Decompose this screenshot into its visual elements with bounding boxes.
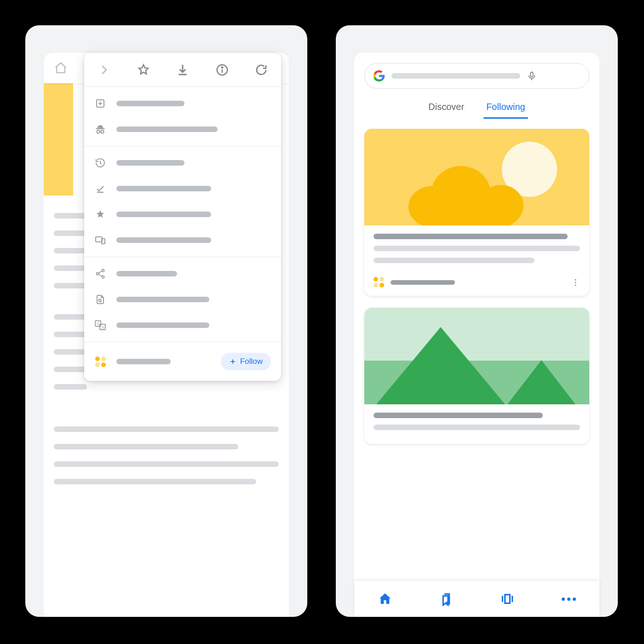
plus-icon xyxy=(229,358,236,365)
menu-item-label xyxy=(116,212,211,217)
overflow-menu-action-row xyxy=(84,53,281,87)
svg-point-28 xyxy=(575,279,576,280)
site-dots-icon xyxy=(94,356,106,368)
bookmarks-star-icon xyxy=(94,208,106,220)
svg-line-16 xyxy=(98,271,102,273)
svg-point-2 xyxy=(221,67,223,68)
svg-rect-6 xyxy=(96,128,105,129)
svg-line-19 xyxy=(101,301,102,302)
nav-home-icon[interactable] xyxy=(378,592,392,606)
download-icon[interactable] xyxy=(176,63,190,77)
svg-text:文: 文 xyxy=(101,326,105,330)
menu-item-find[interactable] xyxy=(84,287,281,312)
source-name xyxy=(391,280,455,285)
find-in-page-icon xyxy=(94,293,106,305)
svg-point-29 xyxy=(575,282,576,283)
forward-icon[interactable] xyxy=(97,63,111,77)
incognito-icon xyxy=(94,123,106,135)
card-footer xyxy=(364,277,589,296)
svg-rect-11 xyxy=(96,237,102,242)
menu-section-3: G文 xyxy=(84,257,281,342)
menu-item-history[interactable] xyxy=(84,150,281,176)
menu-item-label xyxy=(116,160,184,166)
overflow-menu: G文 Follow xyxy=(84,53,281,381)
svg-line-17 xyxy=(98,274,102,276)
feed-card-1[interactable] xyxy=(364,129,589,296)
hill-icon xyxy=(376,327,505,404)
hill-icon xyxy=(507,360,575,404)
follow-button[interactable]: Follow xyxy=(221,353,271,370)
menu-item-bookmarks[interactable] xyxy=(84,201,281,227)
stage: G文 Follow xyxy=(0,0,644,644)
nav-bookmarks-icon[interactable] xyxy=(439,592,454,606)
tab-following[interactable]: Following xyxy=(484,98,527,119)
menu-item-label xyxy=(116,126,218,132)
menu-item-new-tab[interactable] xyxy=(84,91,281,116)
svg-rect-31 xyxy=(505,595,510,604)
svg-text:G: G xyxy=(97,322,99,326)
nav-tabs-icon[interactable] xyxy=(500,592,515,606)
card-thumbnail xyxy=(364,129,589,225)
card-overflow-icon[interactable] xyxy=(571,278,580,287)
share-icon xyxy=(94,268,106,280)
menu-section-1 xyxy=(84,87,281,146)
menu-item-incognito[interactable] xyxy=(84,116,281,142)
svg-point-18 xyxy=(99,299,101,302)
follow-label: Follow xyxy=(240,357,263,366)
card-thumbnail xyxy=(364,308,589,404)
cloud-icon xyxy=(408,159,546,225)
phone-chrome-menu: G文 Follow xyxy=(25,25,307,617)
new-tab-icon xyxy=(94,98,106,109)
devices-icon xyxy=(94,234,106,246)
menu-item-label xyxy=(116,101,184,106)
search-bar[interactable] xyxy=(364,63,589,89)
home-icon[interactable] xyxy=(54,61,68,75)
menu-section-follow: Follow xyxy=(84,342,281,381)
menu-item-downloads[interactable] xyxy=(84,176,281,201)
svg-point-30 xyxy=(575,284,576,286)
card-body xyxy=(364,225,589,277)
reload-icon[interactable] xyxy=(254,63,268,77)
tab-discover[interactable]: Discover xyxy=(426,98,466,119)
svg-point-8 xyxy=(101,130,104,133)
menu-item-recent-tabs[interactable] xyxy=(84,227,281,253)
svg-point-7 xyxy=(97,130,100,133)
google-logo-icon xyxy=(373,70,385,82)
menu-item-share[interactable] xyxy=(84,261,281,287)
translate-icon: G文 xyxy=(94,319,106,331)
feed-tabs: Discover Following xyxy=(354,95,599,119)
star-icon[interactable] xyxy=(137,63,150,77)
search-placeholder xyxy=(391,73,520,79)
feed-card-2[interactable] xyxy=(364,308,589,444)
menu-item-label xyxy=(116,322,209,328)
svg-rect-26 xyxy=(530,72,533,77)
info-icon[interactable] xyxy=(215,63,229,77)
menu-item-label xyxy=(116,186,211,191)
menu-item-follow[interactable]: Follow xyxy=(84,346,281,377)
menu-item-label xyxy=(116,297,209,302)
phone-following-feed: Discover Following xyxy=(336,25,618,617)
bottom-nav xyxy=(354,581,599,617)
source-dots-icon xyxy=(374,277,384,288)
mic-icon[interactable] xyxy=(527,69,537,82)
menu-item-label xyxy=(116,271,177,276)
menu-item-translate[interactable]: G文 xyxy=(84,312,281,338)
downloads-done-icon xyxy=(94,183,106,195)
feed-surface: Discover Following xyxy=(354,53,599,617)
history-icon xyxy=(94,157,106,169)
card-body xyxy=(364,404,589,444)
menu-item-label xyxy=(116,359,171,364)
menu-section-2 xyxy=(84,146,281,257)
menu-item-label xyxy=(116,237,211,243)
nav-more-icon[interactable] xyxy=(561,592,576,606)
